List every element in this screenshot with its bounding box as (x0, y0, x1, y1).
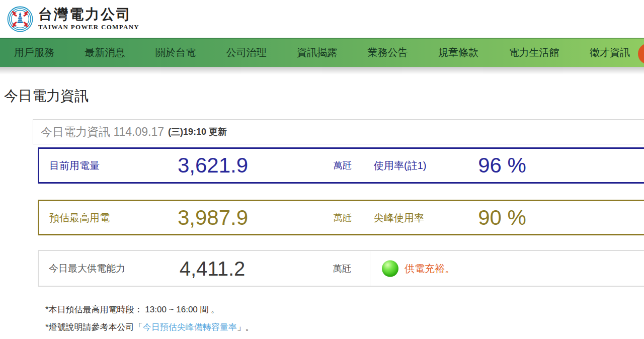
peak-usage-rate-label: 尖峰使用率 (374, 211, 424, 224)
reserve-margin-link[interactable]: 今日預估尖峰備轉容量率 (143, 322, 237, 332)
supply-status-light-icon (382, 260, 398, 277)
nav-item-corporate-governance[interactable]: 公司治理 (226, 46, 267, 59)
main-nav: 用戶服務 最新消息 關於台電 公司治理 資訊揭露 業務公告 規章條款 電力生活館… (0, 38, 644, 67)
current-usage-label: 目前用電量 (49, 159, 100, 173)
footnote-light-legend-suffix: 」。 (237, 322, 254, 332)
nav-item-info-disclosure[interactable]: 資訊揭露 (297, 46, 337, 59)
page-title: 今日電力資訊 (4, 87, 89, 106)
supply-status-text: 供電充裕。 (405, 262, 455, 275)
update-bar-title: 今日電力資訊 114.09.17 (41, 124, 164, 140)
nav-item-business-announcement[interactable]: 業務公告 (368, 46, 408, 59)
taipower-logo-icon (7, 6, 33, 32)
peak-usage-rate-value: 90 % (444, 206, 560, 230)
footnote-peak-period: *本日預估最高用電時段： 13:00 ~ 16:00 間 。 (45, 304, 219, 315)
update-timestamp: (三)19:10 更新 (168, 126, 227, 138)
usage-rate-value: 96 % (444, 153, 560, 178)
taipower-logo[interactable]: 台灣電力公司 TAIWAN POWER COMPANY (7, 6, 139, 32)
max-supply-value: 4,411.2 (142, 257, 283, 280)
peak-load-label: 預估最高用電 (49, 211, 110, 224)
peak-load-value: 3,987.9 (142, 206, 283, 230)
max-supply-row: 今日最大供電能力 4,411.2 萬瓩 供電充裕。 (38, 250, 644, 287)
usage-rate-label: 使用率(註1) (374, 159, 426, 173)
company-name-zh: 台灣電力公司 (38, 7, 139, 23)
nav-item-about-taipower[interactable]: 關於台電 (155, 46, 196, 59)
current-usage-value: 3,621.9 (142, 153, 283, 178)
peak-forecast-row: 預估最高用電 3,987.9 萬瓩 尖峰使用率 90 % (38, 200, 644, 235)
current-usage-row: 目前用電量 3,621.9 萬瓩 使用率(註1) 96 % (38, 147, 644, 184)
nav-drop-shadow (0, 67, 644, 74)
company-name-en: TAIWAN POWER COMPANY (38, 23, 139, 31)
update-bar: 今日電力資訊 114.09.17 (三)19:10 更新 (33, 119, 644, 144)
max-supply-unit: 萬瓩 (333, 263, 351, 275)
max-supply-label: 今日最大供電能力 (49, 262, 125, 275)
nav-item-rules-terms[interactable]: 規章條款 (438, 46, 478, 59)
nav-item-latest-news[interactable]: 最新消息 (85, 46, 125, 59)
vertical-divider (370, 251, 370, 286)
nav-item-customer-service[interactable]: 用戶服務 (14, 46, 54, 59)
site-header: 台灣電力公司 TAIWAN POWER COMPANY (0, 0, 644, 38)
nav-item-recruitment[interactable]: 徵才資訊 (590, 46, 630, 59)
nav-item-power-life-hall[interactable]: 電力生活館 (509, 46, 559, 59)
footnote-light-legend: *燈號說明請參考本公司「今日預估尖峰備轉容量率」。 (45, 321, 254, 333)
footnote-light-legend-prefix: *燈號說明請參考本公司「 (45, 322, 143, 332)
current-usage-unit: 萬瓩 (334, 159, 352, 172)
peak-load-unit: 萬瓩 (334, 212, 352, 224)
